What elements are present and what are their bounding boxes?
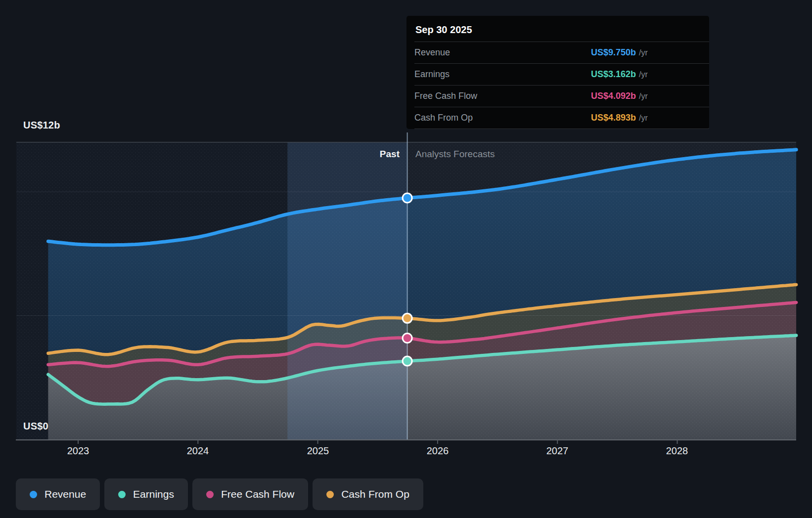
y-axis-zero-label: US$0 [23,421,48,432]
tooltip-value: US$4.092b [591,91,636,101]
tooltip-unit: /yr [639,92,648,101]
earnings-dot-icon [118,491,126,498]
plot-overlays [16,142,796,439]
tooltip-row-earnings: Earnings US$3.162b /yr [414,63,709,85]
x-tick-2026: 2026 [415,445,460,457]
tooltip-unit: /yr [639,114,648,123]
legend-item-revenue[interactable]: Revenue [16,478,100,510]
tooltip-unit: /yr [639,48,648,57]
tooltip-row-free-cash-flow: Free Cash Flow US$4.092b /yr [414,85,709,107]
tooltip-row-cash-from-op: Cash From Op US$4.893b /yr [414,107,709,129]
tooltip-date: Sep 30 2025 [406,16,709,42]
last-12-months-highlight [287,142,407,439]
past-section-label: Past [325,149,400,160]
tooltip-label: Revenue [414,47,591,58]
legend-item-free-cash-flow[interactable]: Free Cash Flow [192,478,308,510]
legend-label: Revenue [45,488,86,500]
x-tick-2027: 2027 [535,445,580,457]
marker-free_cash_flow [403,333,412,343]
tooltip-label: Free Cash Flow [414,91,591,101]
tooltip-value: US$9.750b [591,47,636,58]
x-tick-2024: 2024 [176,445,220,457]
y-axis-max-label: US$12b [23,120,60,131]
tooltip-row-revenue: Revenue US$9.750b /yr [414,42,709,63]
legend-item-cash-from-op[interactable]: Cash From Op [313,478,423,510]
x-tick-2025: 2025 [296,445,340,457]
tooltip-unit: /yr [639,70,648,79]
marker-cash_from_op [403,313,412,323]
x-tick-2023: 2023 [56,445,100,457]
tooltip-label: Cash From Op [414,113,591,123]
legend-item-earnings[interactable]: Earnings [104,478,188,510]
legend-label: Cash From Op [341,488,409,500]
tooltip-value: US$4.893b [591,113,636,123]
x-tick-2028: 2028 [655,445,699,457]
marker-earnings [403,356,412,366]
legend-label: Earnings [133,488,174,500]
free-cash-flow-dot-icon [206,491,214,498]
tooltip-value: US$3.162b [591,69,636,80]
cash-from-op-dot-icon [326,491,334,498]
tooltip-label: Earnings [414,69,591,80]
forecast-section-label: Analysts Forecasts [415,149,495,160]
marker-revenue [403,193,412,203]
data-tooltip: Sep 30 2025 Revenue US$9.750b /yr Earnin… [406,16,709,129]
revenue-dot-icon [30,491,37,498]
legend-label: Free Cash Flow [221,488,294,500]
legend: Revenue Earnings Free Cash Flow Cash Fro… [16,478,423,510]
earnings-forecast-chart: US$12b US$0 Past Analysts Forecasts 2023… [0,0,812,518]
